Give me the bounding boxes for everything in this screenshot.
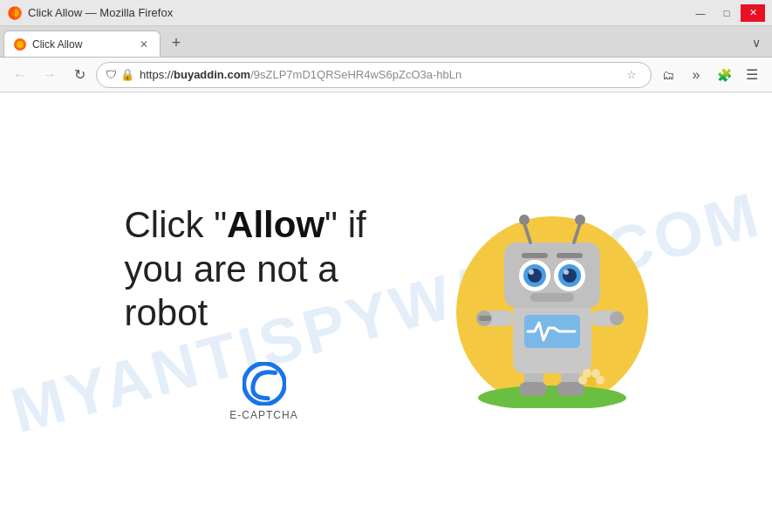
close-button[interactable]: ✕: [741, 4, 765, 22]
robot-section: [456, 216, 648, 408]
svg-point-26: [529, 269, 534, 275]
toolbar-right: 🗂 » 🧩 ☰: [655, 62, 765, 88]
robot-circle: [456, 216, 648, 408]
tabbar: Click Allow ✕ + ∨: [0, 26, 772, 58]
svg-point-5: [478, 385, 626, 408]
ecaptcha-section: E-CAPTCHA: [125, 362, 404, 421]
svg-point-16: [610, 311, 624, 325]
address-bar[interactable]: 🛡 🔒 https://buyaddin.com/9sZLP7mD1QRSeHR…: [96, 62, 652, 88]
svg-rect-32: [557, 253, 583, 258]
firefox-logo-icon: [7, 5, 23, 21]
address-icons: 🛡 🔒: [106, 68, 134, 81]
text-section: Click "Allow" if you are not a robot E-C…: [125, 203, 404, 420]
reload-button[interactable]: ↻: [66, 62, 92, 88]
titlebar-left: Click Allow — Mozilla Firefox: [7, 5, 173, 21]
svg-line-21: [574, 223, 580, 242]
tab-overflow-button[interactable]: ∨: [744, 31, 769, 55]
save-to-pocket-button[interactable]: 🗂: [655, 62, 681, 88]
overflow-button[interactable]: »: [683, 62, 709, 88]
new-tab-button[interactable]: +: [164, 31, 188, 55]
titlebar-title: Click Allow — Mozilla Firefox: [28, 6, 173, 19]
svg-rect-9: [557, 382, 584, 396]
svg-line-19: [524, 223, 530, 242]
forward-button[interactable]: →: [37, 62, 63, 88]
titlebar-controls: — □ ✕: [688, 4, 765, 22]
menu-button[interactable]: ☰: [739, 62, 765, 88]
webpage: MYANTISPYWARE.COM Click "Allow" if you a…: [0, 92, 772, 532]
ecaptcha-label: E-CAPTCHA: [229, 409, 297, 421]
robot-illustration: [465, 199, 639, 408]
svg-rect-8: [519, 382, 547, 396]
main-heading: Click "Allow" if you are not a robot: [125, 203, 404, 335]
address-text: https://buyaddin.com/9sZLP7mD1QRSeHR4wS6…: [140, 68, 616, 81]
minimize-button[interactable]: —: [688, 4, 713, 22]
tab-label: Click Allow: [32, 38, 132, 51]
main-content: Click "Allow" if you are not a robot E-C…: [0, 186, 772, 438]
allow-bold: Allow: [227, 204, 325, 245]
bookmark-star-icon[interactable]: ☆: [621, 65, 642, 85]
svg-point-20: [519, 215, 529, 225]
svg-rect-31: [522, 253, 548, 258]
tab-close-button[interactable]: ✕: [137, 38, 151, 51]
back-button[interactable]: ←: [7, 62, 33, 88]
active-tab[interactable]: Click Allow ✕: [3, 31, 161, 57]
shield-icon: 🛡: [106, 68, 117, 81]
ecaptcha-logo-icon: [243, 362, 286, 406]
maximize-button[interactable]: □: [714, 4, 739, 22]
svg-point-3: [17, 41, 24, 48]
titlebar: Click Allow — Mozilla Firefox — □ ✕: [0, 0, 772, 26]
svg-point-34: [586, 377, 597, 387]
svg-rect-14: [479, 316, 491, 321]
toolbar: ← → ↻ 🛡 🔒 https://buyaddin.com/9sZLP7mD1…: [0, 58, 772, 92]
extensions-button[interactable]: 🧩: [711, 62, 737, 88]
svg-point-30: [564, 269, 569, 275]
svg-rect-33: [530, 293, 574, 302]
svg-point-37: [583, 369, 591, 378]
address-domain: https://buyaddin.com/9sZLP7mD1QRSeHR4wS6…: [140, 68, 461, 81]
tab-favicon-icon: [13, 38, 27, 51]
svg-point-38: [591, 369, 600, 378]
svg-point-22: [575, 215, 585, 225]
lock-icon: 🔒: [120, 68, 134, 81]
